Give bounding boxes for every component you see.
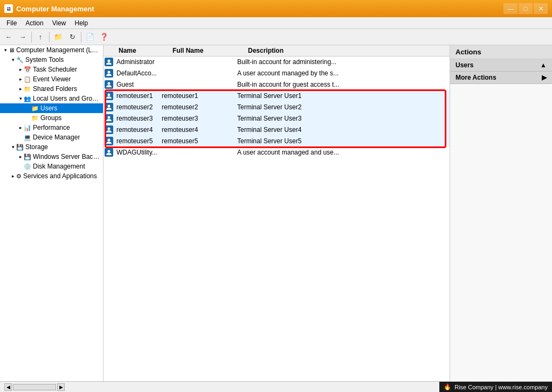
svg-point-13 [108, 128, 111, 130]
col-desc-remoteuser4: Terminal Server User4 [233, 126, 450, 134]
window-title: Computer Management [16, 5, 500, 13]
refresh-button[interactable]: ↻ [66, 31, 79, 44]
col-name-admin: Administrator [114, 58, 157, 66]
sidebar-item-groups[interactable]: 📁Groups [0, 113, 103, 123]
help-button[interactable]: ❓ [98, 31, 111, 44]
user-icon-remoteuser5 [104, 137, 114, 145]
tree-icon-device-manager: 💻 [24, 134, 31, 141]
back-button[interactable]: ← [2, 31, 15, 44]
expand-icon-task-scheduler: ▸ [17, 67, 24, 72]
sidebar-label-performance: Performance [33, 124, 70, 131]
sidebar-item-storage[interactable]: ▾💾Storage [0, 142, 103, 152]
watermark-logo: 🔥 [444, 383, 451, 390]
expand-icon-storage: ▾ [10, 144, 16, 150]
expand-icon-event-viewer: ▸ [17, 76, 24, 82]
col-fullname-remoteuser3: remoteuser3 [157, 115, 233, 122]
user-icon-img-defaultacc [105, 69, 113, 78]
table-row-guest[interactable]: GuestBuilt-in account for guest access t… [104, 79, 450, 90]
minimize-button[interactable]: — [503, 3, 518, 14]
table-row-remoteuser3[interactable]: remoteuser3remoteuser3Terminal Server Us… [104, 113, 450, 124]
svg-point-11 [108, 116, 111, 119]
menu-action[interactable]: Action [21, 18, 47, 28]
user-icon-admin [104, 58, 114, 66]
toolbar-separator3 [81, 32, 81, 43]
user-icon-wdagutility [104, 148, 114, 157]
table-header: Name Full Name Description [104, 45, 450, 57]
table-body: AdministratorBuilt-in account for admini… [104, 57, 450, 381]
tree-icon-groups: 📁 [31, 115, 39, 122]
action-section-users[interactable]: Users ▲ [450, 59, 552, 72]
sidebar-item-task-scheduler[interactable]: ▸📅Task Scheduler [0, 65, 103, 74]
svg-point-1 [108, 60, 111, 62]
scroll-track[interactable] [13, 384, 56, 390]
table-row-admin[interactable]: AdministratorBuilt-in account for admini… [104, 57, 450, 68]
sidebar-item-disk-management[interactable]: 💿Disk Management [0, 162, 103, 171]
sidebar-item-performance[interactable]: ▸📊Performance [0, 123, 103, 132]
menu-help[interactable]: Help [71, 18, 93, 28]
menu-file[interactable]: File [2, 18, 21, 28]
user-icon-img-guest [105, 80, 113, 89]
col-name-defaultacc: DefaultAcco... [114, 69, 157, 77]
show-hide-button[interactable]: 📁 [52, 31, 65, 44]
scroll-left-button[interactable]: ◀ [4, 383, 12, 391]
toolbar-separator [31, 32, 32, 43]
sidebar-label-device-manager: Device Manager [33, 134, 80, 141]
user-icon-remoteuser4 [104, 125, 114, 134]
table-row-defaultacc[interactable]: DefaultAcco...A user account managed by … [104, 68, 450, 79]
sidebar-item-windows-backup[interactable]: ▸💾Windows Server Backup [0, 152, 103, 162]
menu-view[interactable]: View [48, 18, 71, 28]
col-name-wdagutility: WDAGUtility... [114, 149, 157, 156]
col-header-name: Name [114, 47, 168, 54]
tree-icon-system-tools: 🔧 [16, 57, 24, 64]
action-section-more-label: More Actions [456, 74, 496, 81]
sidebar-label-event-viewer: Event Viewer [33, 75, 71, 83]
app-icon: 🖥 [4, 4, 13, 13]
export-button[interactable]: 📄 [84, 31, 96, 44]
action-section-more[interactable]: More Actions ▶ [450, 72, 552, 84]
tree-icon-performance: 📊 [24, 124, 31, 131]
svg-point-3 [108, 71, 111, 74]
sidebar: ▾🖥Computer Management (Local▾🔧System Too… [0, 45, 104, 381]
tree-icon-storage: 💾 [16, 144, 24, 151]
sidebar-item-shared-folders[interactable]: ▸📁Shared Folders [0, 84, 103, 94]
col-desc-wdagutility: A user account managed and use... [233, 149, 450, 156]
sidebar-item-system-tools[interactable]: ▾🔧System Tools [0, 55, 103, 65]
tree-icon-task-scheduler: 📅 [24, 66, 31, 73]
table-row-remoteuser1[interactable]: remoteuser1remoteuser1Terminal Server Us… [104, 90, 450, 102]
expand-icon-local-users: ▾ [17, 96, 24, 101]
forward-button[interactable]: → [16, 31, 29, 44]
table-row-remoteuser2[interactable]: remoteuser2remoteuser2Terminal Server Us… [104, 102, 450, 113]
sidebar-label-storage: Storage [25, 143, 48, 151]
toolbar-separator2 [49, 32, 50, 43]
user-icon-img-remoteuser4 [105, 125, 113, 134]
more-actions-arrow-icon: ▶ [542, 74, 547, 81]
sidebar-item-services-apps[interactable]: ▸⚙Services and Applications [0, 171, 103, 181]
sidebar-label-system-tools: System Tools [25, 56, 64, 64]
table-row-remoteuser4[interactable]: remoteuser4remoteuser4Terminal Server Us… [104, 124, 450, 136]
tree-icon-windows-backup: 💾 [24, 153, 31, 160]
up-button[interactable]: ↑ [34, 31, 47, 44]
table-row-remoteuser5[interactable]: remoteuser5remoteuser5Terminal Server Us… [104, 136, 450, 147]
sidebar-item-local-users[interactable]: ▾👥Local Users and Groups [0, 94, 103, 103]
col-desc-guest: Built-in account for guest access t... [233, 81, 450, 88]
close-button[interactable]: ✕ [534, 3, 548, 14]
sidebar-item-root[interactable]: ▾🖥Computer Management (Local [0, 45, 103, 55]
col-desc-remoteuser2: Terminal Server User2 [233, 103, 450, 111]
user-icon-img-remoteuser5 [105, 137, 113, 145]
maximize-button[interactable]: □ [519, 3, 533, 14]
watermark-text: Rise Company | www.rise.company [454, 384, 548, 390]
scroll-right-button[interactable]: ▶ [57, 383, 65, 391]
expand-icon-services-apps: ▸ [10, 173, 16, 179]
sidebar-item-event-viewer[interactable]: ▸📋Event Viewer [0, 74, 103, 84]
title-bar: 🖥 Computer Management — □ ✕ [0, 0, 552, 17]
tree-icon-users: 📁 [31, 105, 39, 112]
svg-point-7 [108, 94, 111, 96]
user-icon-img-remoteuser3 [105, 114, 113, 123]
user-icon-img-remoteuser2 [105, 103, 113, 111]
sidebar-item-users[interactable]: 📁Users [0, 103, 103, 113]
svg-point-9 [108, 105, 111, 108]
sidebar-label-local-users: Local Users and Groups [33, 95, 101, 102]
sidebar-label-services-apps: Services and Applications [23, 172, 97, 180]
sidebar-item-device-manager[interactable]: 💻Device Manager [0, 132, 103, 142]
table-row-wdagutility[interactable]: WDAGUtility...A user account managed and… [104, 147, 450, 158]
